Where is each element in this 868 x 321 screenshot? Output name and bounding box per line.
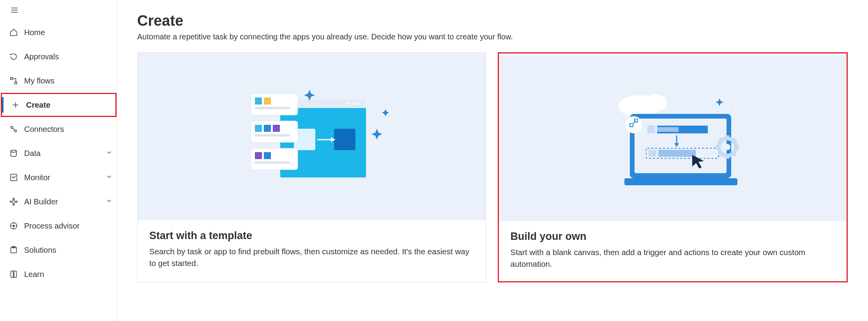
svg-marker-49: [382, 109, 389, 116]
sidebar-item-label: AI Builder: [24, 197, 58, 206]
svg-point-74: [625, 116, 642, 133]
main-content: Create Automate a repetitive task by con…: [117, 0, 868, 321]
hamburger-icon: [10, 6, 19, 14]
svg-rect-55: [647, 126, 655, 133]
svg-line-70: [719, 139, 721, 141]
sidebar-item-label: My flows: [24, 76, 55, 85]
svg-line-72: [719, 153, 721, 155]
svg-rect-40: [264, 125, 271, 132]
sidebar-item-learn[interactable]: Learn: [0, 262, 117, 286]
sidebar-item-label: Connectors: [24, 125, 64, 134]
svg-point-28: [352, 103, 355, 105]
svg-point-51: [643, 94, 667, 112]
svg-point-80: [730, 106, 732, 108]
svg-point-65: [724, 144, 730, 150]
card-description: Start with a blank canvas, then add a tr…: [511, 247, 835, 270]
build-illustration-icon: [591, 79, 755, 196]
connectors-icon: [9, 125, 23, 133]
svg-marker-47: [304, 90, 315, 101]
sidebar-item-home[interactable]: Home: [0, 20, 117, 44]
hamburger-button[interactable]: [2, 2, 27, 18]
card-description: Search by task or app to find prebuilt f…: [149, 246, 474, 269]
sidebar-item-data[interactable]: Data: [0, 141, 117, 165]
page-title: Create: [137, 12, 848, 29]
svg-rect-37: [255, 107, 290, 109]
svg-point-15: [13, 198, 14, 200]
svg-rect-42: [255, 134, 290, 137]
svg-rect-44: [255, 152, 262, 159]
sidebar-item-aibuilder[interactable]: AI Builder: [0, 190, 117, 214]
card-body: Start with a template Search by task or …: [138, 220, 486, 280]
template-illustration-icon: [230, 78, 393, 195]
svg-rect-62: [658, 150, 696, 157]
sidebar-item-label: Data: [24, 149, 41, 158]
solutions-icon: [9, 246, 23, 254]
sidebar-item-label: Monitor: [24, 173, 50, 182]
monitor-icon: [9, 173, 23, 182]
svg-rect-35: [255, 98, 262, 105]
ai-icon: [9, 197, 23, 206]
create-cards: Start with a template Search by task or …: [137, 52, 848, 282]
svg-rect-4: [15, 82, 17, 84]
sidebar-item-solutions[interactable]: Solutions: [0, 238, 117, 262]
card-body: Build your own Start with a blank canvas…: [499, 221, 847, 281]
svg-point-12: [12, 200, 15, 203]
page-subtitle: Automate a repetitive task by connecting…: [137, 32, 848, 41]
chevron-down-icon: [106, 149, 113, 158]
svg-line-9: [12, 128, 15, 130]
sidebar-item-label: Approvals: [24, 52, 59, 61]
svg-point-18: [13, 225, 14, 227]
chevron-down-icon: [106, 173, 113, 182]
sidebar-item-label: Solutions: [24, 246, 56, 255]
svg-point-10: [11, 150, 17, 153]
sidebar-item-label: Process advisor: [24, 222, 80, 231]
svg-rect-36: [264, 98, 271, 105]
svg-marker-48: [371, 129, 382, 140]
chevron-down-icon: [106, 197, 113, 206]
svg-rect-54: [624, 178, 737, 185]
flows-icon: [9, 76, 23, 85]
approvals-icon: [9, 52, 23, 61]
process-icon: [9, 222, 23, 230]
sidebar-item-create[interactable]: Create: [1, 93, 117, 117]
sidebar-item-connectors[interactable]: Connectors: [0, 117, 117, 141]
data-icon: [9, 149, 23, 158]
sidebar-item-label: Home: [24, 28, 45, 37]
plus-icon: [11, 101, 25, 109]
card-title: Start with a template: [149, 230, 474, 242]
svg-point-14: [16, 201, 18, 202]
svg-rect-61: [649, 150, 656, 157]
svg-rect-3: [11, 78, 13, 80]
svg-point-79: [705, 96, 707, 97]
svg-rect-39: [255, 125, 262, 132]
svg-rect-57: [657, 127, 679, 132]
svg-marker-78: [716, 98, 723, 106]
svg-rect-46: [255, 161, 290, 164]
svg-line-71: [734, 153, 735, 155]
home-icon: [9, 28, 23, 37]
sidebar-item-approvals[interactable]: Approvals: [0, 44, 117, 69]
sidebar-item-label: Create: [26, 101, 50, 110]
svg-rect-31: [334, 129, 355, 150]
learn-icon: [9, 270, 23, 278]
svg-point-16: [13, 204, 14, 206]
card-illustration: [138, 53, 486, 220]
sidebar-item-monitor[interactable]: Monitor: [0, 165, 117, 190]
svg-line-73: [734, 139, 735, 141]
sidebar: Home Approvals My flows Create Connector…: [0, 0, 117, 321]
svg-point-29: [348, 103, 350, 105]
sidebar-item-myflows[interactable]: My flows: [0, 69, 117, 93]
sidebar-item-processadvisor[interactable]: Process advisor: [0, 214, 117, 238]
sidebar-item-label: Learn: [24, 270, 44, 279]
card-illustration: [499, 53, 847, 221]
svg-rect-45: [264, 152, 271, 159]
card-start-with-template[interactable]: Start with a template Search by task or …: [137, 52, 486, 282]
card-title: Build your own: [511, 231, 835, 243]
svg-rect-41: [273, 125, 280, 132]
card-build-your-own[interactable]: Build your own Start with a blank canvas…: [498, 52, 848, 282]
svg-point-27: [357, 103, 359, 105]
svg-point-13: [10, 201, 12, 202]
